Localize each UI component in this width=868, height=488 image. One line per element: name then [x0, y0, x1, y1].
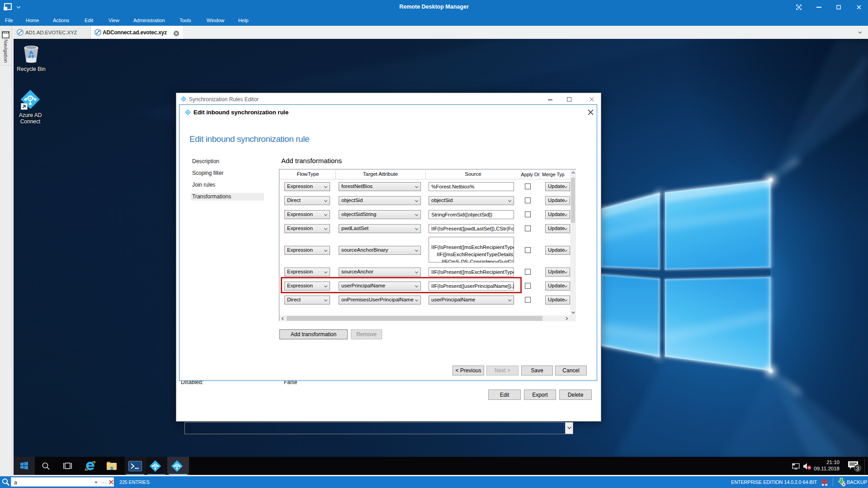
svg-text:3: 3 [856, 465, 859, 472]
